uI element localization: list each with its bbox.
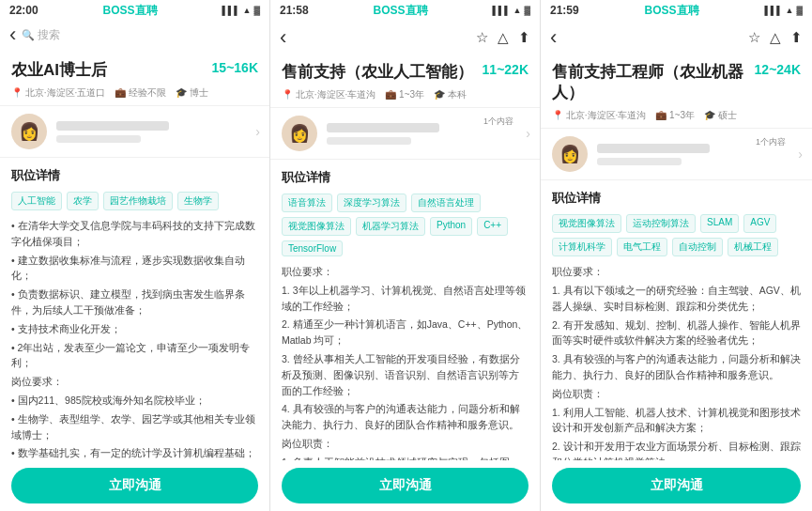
nav-actions: ☆ △ ⬆: [476, 29, 530, 46]
job-salary: 15~16K: [212, 60, 258, 75]
desc-line: • 在清华大学交叉信息学院与丰码科技的支持下完成数字化植保项目；: [11, 218, 258, 250]
desc-line: • 2年出站，发表至少一篇论文，申请至少一项发明专利；: [11, 340, 258, 372]
job-meta-item-1: 💼 1~3年: [655, 109, 695, 122]
desc-line: 1. 具有以下领域之一的研究经验：自主驾驶、AGV、机器人操纵、实时目标检测、跟…: [552, 283, 801, 315]
status-icons: ▌▌▌ ▲ ▓: [222, 6, 260, 15]
tag-5: Python: [430, 217, 472, 236]
recruiter-sub-placeholder: [597, 158, 682, 165]
job-salary: 12~24K: [755, 62, 801, 77]
status-bar: 21:58 BOSS直聘 ▌▌▌ ▲ ▓: [270, 0, 540, 21]
share-icon[interactable]: ⬆: [790, 29, 803, 46]
status-icons: ▌▌▌ ▲ ▓: [764, 6, 803, 15]
job-meta: 📍 北京·海淀区·车道沟💼 1~3年🎓 本科: [282, 88, 529, 101]
recruiter-sub-placeholder: [327, 137, 411, 145]
job-meta-item-1: 💼 1~3年: [385, 88, 424, 101]
alert-icon[interactable]: △: [770, 29, 781, 46]
tag-5: 电气工程: [617, 238, 667, 256]
tags-row: 视觉图像算法运动控制算法SLAMAGV计算机科学电气工程自动控制机械工程: [552, 214, 801, 256]
wifi-icon: ▲: [513, 6, 522, 15]
bottom-button-container: 立即沟通: [270, 460, 540, 511]
content-badge: 1个内容: [483, 116, 513, 128]
bottom-button-container: 立即沟通: [541, 460, 812, 511]
desc-line: • 生物学、表型组学、农学、园艺学或其他相关专业领域博士；: [11, 411, 258, 443]
section-title: 职位详情: [282, 169, 529, 186]
tags-row: 语音算法深度学习算法自然语言处理视觉图像算法机器学习算法PythonC++Ten…: [282, 194, 529, 256]
desc-line: 3. 曾经从事相关人工智能的开发项目经验，有数据分析及预测、图像识别、语音识别、…: [282, 351, 529, 398]
recruiter-name-placeholder: [597, 144, 710, 153]
wifi-icon: ▲: [786, 6, 794, 15]
chevron-right-icon: ›: [526, 126, 530, 141]
panel-1: 22:00 BOSS直聘 ▌▌▌ ▲ ▓ ‹ 🔍 搜索 农业AI博士后15~16…: [0, 0, 270, 511]
desc-line: 3. 具有较强的与客户的沟通表达能力，问题分析和解决能力、执行力、良好的团队合作…: [552, 351, 801, 383]
tag-1: 运动控制算法: [626, 214, 696, 233]
share-icon[interactable]: ⬆: [518, 29, 530, 46]
job-description: 职位要求：1. 3年以上机器学习、计算机视觉、自然语言处理等领域的工作经验；2.…: [282, 264, 529, 460]
recruiter-card[interactable]: 👩 1个内容›: [270, 107, 540, 160]
tag-6: C++: [477, 217, 508, 236]
bottom-button-container: 立即沟通: [0, 460, 269, 511]
contact-button[interactable]: 立即沟通: [282, 468, 529, 503]
tag-4: 机器学习算法: [356, 217, 425, 236]
recruiter-sub-placeholder: [56, 135, 141, 143]
battery-icon: ▓: [796, 6, 803, 15]
tag-3: 视觉图像算法: [282, 217, 351, 236]
app-name: BOSS直聘: [103, 3, 158, 19]
back-button[interactable]: ‹: [9, 23, 16, 47]
favorite-icon[interactable]: ☆: [748, 29, 760, 46]
job-header: 售前支持工程师（农业机器人）12~24K📍 北京·海淀区·车道沟💼 1~3年🎓 …: [541, 54, 812, 128]
battery-icon: ▓: [253, 6, 260, 15]
job-header: 农业AI博士后15~16K📍 北京·海淀区·五道口💼 经验不限🎓 博士: [0, 53, 269, 105]
desc-line: 职位要求：: [282, 264, 529, 280]
job-title-row: 农业AI博士后15~16K: [11, 60, 258, 81]
job-description: 职位要求：1. 具有以下领域之一的研究经验：自主驾驶、AGV、机器人操纵、实时目…: [552, 264, 801, 460]
back-button[interactable]: ‹: [280, 25, 286, 50]
favorite-icon[interactable]: ☆: [476, 29, 488, 46]
job-title-row: 售前支持（农业人工智能）11~22K: [282, 62, 529, 83]
section-title: 职位详情: [552, 190, 801, 207]
contact-button[interactable]: 立即沟通: [11, 468, 258, 503]
job-description: • 在清华大学交叉信息学院与丰码科技的支持下完成数字化植保项目；• 建立数据收集…: [11, 218, 258, 460]
tag-4: 计算机科学: [552, 238, 612, 256]
wifi-icon: ▲: [243, 6, 252, 15]
app-name: BOSS直聘: [374, 3, 428, 19]
job-meta-item-0: 📍 北京·海淀区·车道沟: [282, 88, 375, 101]
tag-3: AGV: [743, 214, 776, 233]
recruiter-card[interactable]: 👩 1个内容›: [541, 128, 812, 180]
nav-bar: ‹ ☆ △ ⬆: [541, 21, 812, 54]
tag-1: 农学: [67, 192, 99, 210]
recruiter-card[interactable]: 👩 ›: [0, 105, 269, 158]
tag-6: 自动控制: [672, 238, 723, 256]
tag-2: 自然语言处理: [411, 194, 481, 212]
status-icons: ▌▌▌ ▲ ▓: [492, 6, 530, 15]
tag-2: 园艺作物栽培: [103, 192, 173, 210]
avatar: 👩: [282, 116, 317, 151]
panel-2: 21:58 BOSS直聘 ▌▌▌ ▲ ▓ ‹ ☆ △ ⬆ 售前支持（农业人工智能…: [270, 0, 541, 511]
alert-icon[interactable]: △: [498, 29, 509, 46]
status-bar: 21:59 BOSS直聘 ▌▌▌ ▲ ▓: [541, 0, 812, 21]
desc-line: 1. 3年以上机器学习、计算机视觉、自然语言处理等领域的工作经验；: [282, 283, 529, 315]
job-title: 售前支持（农业人工智能）: [282, 62, 475, 83]
desc-line: • 支持技术商业化开发；: [11, 321, 258, 337]
tag-0: 视觉图像算法: [552, 214, 621, 233]
job-meta-item-0: 📍 北京·海淀区·车道沟: [552, 109, 646, 122]
desc-line: 岗位要求：: [11, 374, 258, 390]
job-title: 农业AI博士后: [11, 60, 205, 81]
section-title: 职位详情: [11, 167, 258, 184]
back-button[interactable]: ‹: [550, 25, 557, 50]
tag-2: SLAM: [700, 214, 739, 233]
avatar: 👩: [11, 114, 47, 149]
search-icon: 🔍: [22, 29, 35, 41]
desc-line: • 负责数据标识、建立模型，找到病虫害发生临界条件，为后续人工干预做准备；: [11, 286, 258, 318]
job-header: 售前支持（农业人工智能）11~22K📍 北京·海淀区·车道沟💼 1~3年🎓 本科: [270, 54, 540, 107]
tags-row: 人工智能农学园艺作物栽培生物学: [11, 192, 258, 210]
job-content: 职位详情人工智能农学园艺作物栽培生物学• 在清华大学交叉信息学院与丰码科技的支持…: [0, 158, 269, 460]
job-content: 职位详情视觉图像算法运动控制算法SLAMAGV计算机科学电气工程自动控制机械工程…: [541, 180, 812, 460]
tag-1: 深度学习算法: [337, 194, 406, 212]
contact-button[interactable]: 立即沟通: [552, 468, 801, 503]
recruiter-name-placeholder: [327, 123, 439, 132]
recruiter-name-placeholder: [56, 121, 169, 131]
signal-icon: ▌▌▌: [764, 6, 782, 15]
desc-line: • 建立数据收集标准与流程，逐步实现数据收集自动化；: [11, 253, 258, 285]
tag-3: 生物学: [177, 192, 219, 210]
desc-line: 2. 精通至少一种计算机语言，如Java、C++、Python、Matlab 均…: [282, 317, 529, 348]
